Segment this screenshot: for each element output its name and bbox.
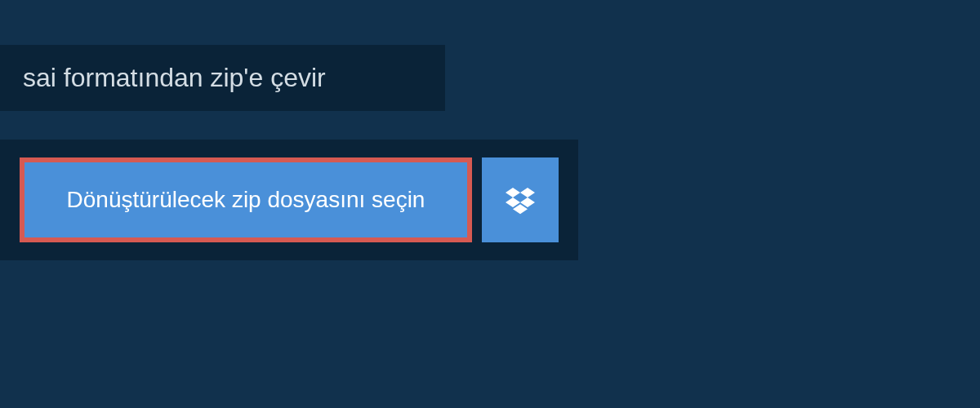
page-title-tab: sai formatından zip'e çevir (0, 45, 445, 111)
dropbox-icon (506, 185, 535, 215)
file-select-panel: Dönüştürülecek zip dosyasını seçin (0, 140, 578, 260)
select-file-label: Dönüştürülecek zip dosyasını seçin (67, 187, 425, 213)
dropbox-button[interactable] (482, 157, 559, 242)
select-file-button[interactable]: Dönüştürülecek zip dosyasını seçin (20, 157, 472, 242)
page-title: sai formatından zip'e çevir (23, 63, 326, 92)
